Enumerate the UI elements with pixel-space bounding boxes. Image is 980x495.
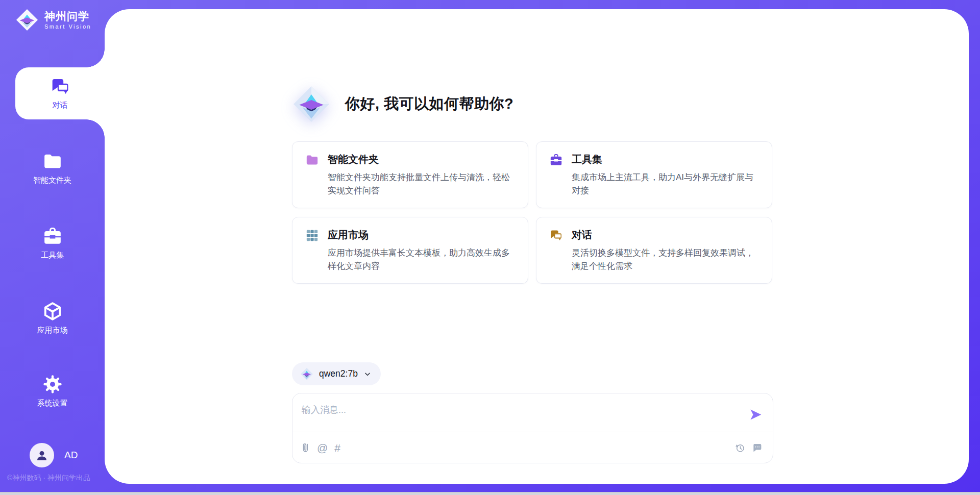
app-logo-icon bbox=[15, 8, 39, 32]
chat-icon bbox=[549, 229, 563, 242]
history-button[interactable] bbox=[734, 442, 745, 453]
sidebar-item-label: 对话 bbox=[53, 101, 68, 110]
greeting: 你好, 我可以如何帮助你? bbox=[292, 85, 513, 123]
person-icon bbox=[35, 449, 48, 462]
sidebar-item-toolset[interactable]: 工具集 bbox=[0, 226, 105, 260]
sidebar-item-label: 系统设置 bbox=[37, 399, 68, 408]
card-description: 集成市场上主流工具，助力AI与外界无缝扩展与对接 bbox=[572, 171, 761, 197]
user-profile[interactable]: AD bbox=[30, 443, 78, 467]
composer-toolbar: @ # bbox=[301, 432, 763, 463]
paperclip-icon bbox=[301, 442, 310, 453]
sidebar: 神州问学 Smart Vision 对话 智能文件夹 bbox=[0, 0, 105, 495]
card-title: 智能文件夹 bbox=[328, 153, 517, 166]
brand: 神州问学 Smart Vision bbox=[15, 8, 91, 32]
card-smart-folder[interactable]: 智能文件夹 智能文件夹功能支持批量文件上传与清洗，轻松实现文件问答 bbox=[292, 141, 528, 208]
message-input[interactable] bbox=[301, 403, 731, 429]
feature-cards: 智能文件夹 智能文件夹功能支持批量文件上传与清洗，轻松实现文件问答 工具集 集成… bbox=[292, 141, 772, 284]
history-icon bbox=[734, 442, 745, 453]
sidebar-item-settings[interactable]: 系统设置 bbox=[0, 374, 105, 408]
main-panel: 你好, 我可以如何帮助你? 智能文件夹 智能文件夹功能支持批量文件上传与清洗，轻… bbox=[105, 9, 969, 484]
card-toolset[interactable]: 工具集 集成市场上主流工具，助力AI与外界无缝扩展与对接 bbox=[536, 141, 772, 208]
sidebar-item-label: 应用市场 bbox=[37, 326, 68, 335]
mention-button[interactable]: @ bbox=[317, 442, 328, 453]
user-name: AD bbox=[64, 450, 78, 461]
comment-icon bbox=[752, 442, 763, 453]
model-name: qwen2:7b bbox=[319, 368, 358, 379]
avatar bbox=[30, 443, 54, 467]
at-icon: @ bbox=[317, 442, 328, 453]
toolbox-icon bbox=[42, 226, 63, 246]
attach-button[interactable] bbox=[301, 442, 310, 453]
gear-icon bbox=[42, 374, 63, 394]
send-icon bbox=[749, 408, 763, 422]
card-body: 智能文件夹 智能文件夹功能支持批量文件上传与清洗，轻松实现文件问答 bbox=[328, 153, 517, 208]
folder-icon bbox=[305, 153, 319, 167]
send-button[interactable] bbox=[748, 408, 763, 422]
assistant-logo-icon bbox=[292, 85, 331, 123]
card-title: 对话 bbox=[572, 228, 761, 242]
card-title: 应用市场 bbox=[328, 228, 517, 242]
card-body: 对话 灵活切换多模型文件，支持多样回复效果调试，满足个性化需求 bbox=[572, 228, 761, 283]
app-window: 神州问学 Smart Vision 对话 智能文件夹 bbox=[0, 0, 980, 495]
folder-icon bbox=[42, 151, 63, 171]
model-logo-icon bbox=[300, 367, 313, 381]
topic-button[interactable]: # bbox=[334, 442, 340, 453]
chat-icon bbox=[50, 77, 70, 97]
brand-text: 神州问学 Smart Vision bbox=[44, 10, 91, 30]
chevron-down-icon bbox=[363, 370, 372, 378]
card-app-market[interactable]: 应用市场 应用市场提供丰富长文本模板，助力高效生成多样化文章内容 bbox=[292, 217, 528, 284]
card-description: 灵活切换多模型文件，支持多样回复效果调试，满足个性化需求 bbox=[572, 246, 761, 273]
hash-icon: # bbox=[334, 442, 340, 453]
card-body: 工具集 集成市场上主流工具，助力AI与外界无缝扩展与对接 bbox=[572, 153, 761, 208]
comment-button[interactable] bbox=[752, 442, 763, 453]
cube-icon bbox=[42, 301, 63, 321]
copyright: ©神州数码 · 神州问学出品 bbox=[7, 474, 90, 483]
sidebar-item-chat[interactable]: 对话 bbox=[15, 67, 105, 119]
card-title: 工具集 bbox=[572, 153, 761, 166]
toolbox-icon bbox=[549, 153, 563, 167]
sidebar-item-label: 智能文件夹 bbox=[33, 176, 71, 185]
card-description: 应用市场提供丰富长文本模板，助力高效生成多样化文章内容 bbox=[328, 246, 517, 273]
sidebar-item-smart-folder[interactable]: 智能文件夹 bbox=[0, 151, 105, 185]
card-body: 应用市场 应用市场提供丰富长文本模板，助力高效生成多样化文章内容 bbox=[328, 228, 517, 283]
app-subtitle: Smart Vision bbox=[44, 23, 91, 30]
card-description: 智能文件夹功能支持批量文件上传与清洗，轻松实现文件问答 bbox=[328, 171, 517, 197]
sidebar-item-label: 工具集 bbox=[41, 251, 64, 260]
window-bottom-edge bbox=[0, 492, 980, 495]
model-selector[interactable]: qwen2:7b bbox=[292, 362, 381, 385]
sidebar-item-app-market[interactable]: 应用市场 bbox=[0, 301, 105, 335]
chat-home: 你好, 我可以如何帮助你? 智能文件夹 智能文件夹功能支持批量文件上传与清洗，轻… bbox=[292, 9, 773, 484]
app-title: 神州问学 bbox=[44, 10, 91, 22]
greeting-text: 你好, 我可以如何帮助你? bbox=[345, 94, 513, 114]
message-composer: @ # bbox=[292, 393, 773, 463]
card-chat[interactable]: 对话 灵活切换多模型文件，支持多样回复效果调试，满足个性化需求 bbox=[536, 217, 772, 284]
grid-icon bbox=[305, 229, 319, 242]
